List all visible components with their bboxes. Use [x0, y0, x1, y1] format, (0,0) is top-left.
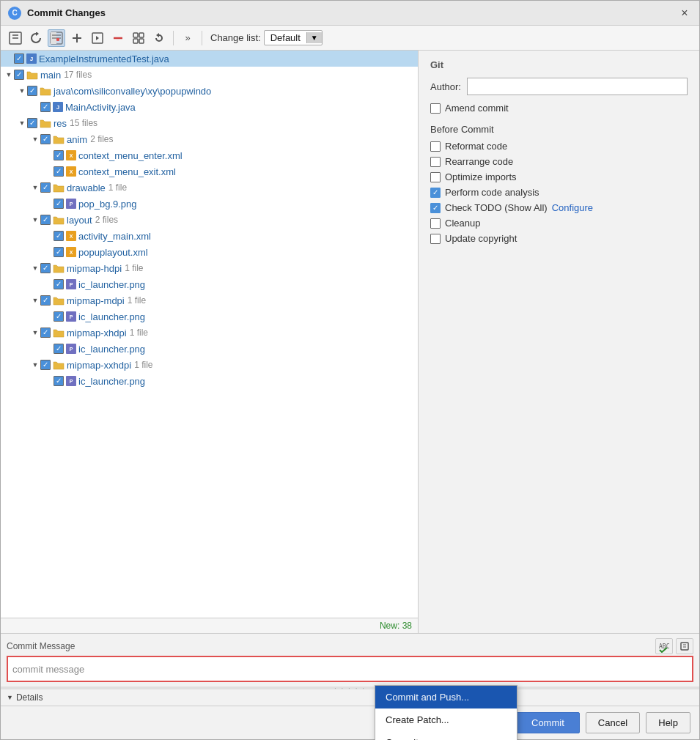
dropdown-menu: Commit and Push... Create Patch... Commi… [375, 685, 517, 740]
commit-item[interactable]: Commit [375, 731, 517, 740]
option-row[interactable]: Rearrange code [430, 156, 688, 167]
tree-item-checkbox[interactable] [40, 215, 51, 225]
tree-item[interactable]: ▼drawable1 file [1, 180, 418, 196]
option-row[interactable]: Update copyright [430, 233, 688, 244]
close-button[interactable]: × [677, 6, 692, 21]
tree-item[interactable]: ▼mipmap-hdpi1 file [1, 260, 418, 276]
changelist-dropdown[interactable]: Default ▼ [264, 30, 323, 45]
tree-item[interactable]: Pic_launcher.png [1, 341, 418, 357]
folder-icon [53, 182, 65, 193]
option-checkbox[interactable] [430, 157, 441, 167]
tree-item-checkbox[interactable] [14, 53, 24, 64]
option-row[interactable]: Optimize imports [430, 171, 688, 182]
tree-item-checkbox[interactable] [54, 199, 64, 209]
tree-item[interactable]: ▼main17 files [1, 67, 418, 83]
option-checkbox[interactable] [430, 141, 441, 152]
commit-and-push-item[interactable]: Commit and Push... [375, 686, 517, 708]
expand-btn[interactable] [130, 29, 147, 47]
option-checkbox[interactable]: ✓ [430, 188, 441, 198]
more-btn[interactable]: » [179, 29, 196, 47]
svg-rect-14 [133, 39, 138, 43]
remove-btn[interactable] [109, 29, 127, 47]
tree-item[interactable]: Xcontext_menu_enter.xml [1, 147, 418, 163]
tree-item-checkbox[interactable] [40, 102, 51, 112]
tree-item-name: ic_launcher.png [78, 344, 145, 355]
move-right-btn[interactable] [89, 29, 106, 47]
tree-item[interactable]: ▼mipmap-xxhdpi1 file [1, 357, 418, 373]
configure-link[interactable]: Configure [552, 202, 593, 213]
tree-item-checkbox[interactable] [40, 328, 51, 338]
cancel-button[interactable]: Cancel [586, 712, 640, 733]
option-label: Optimize imports [445, 171, 517, 182]
tree-item[interactable]: ▼layout2 files [1, 212, 418, 228]
option-checkbox[interactable] [430, 172, 441, 182]
tree-item-checkbox[interactable] [27, 118, 37, 128]
move-btn[interactable] [48, 29, 65, 47]
tree-item-checkbox[interactable] [54, 279, 64, 289]
option-row[interactable]: Cleanup [430, 218, 688, 229]
tree-item[interactable]: Pic_launcher.png [1, 373, 418, 389]
git-section-label: Git [430, 59, 688, 70]
tree-item[interactable]: ▼res15 files [1, 115, 418, 131]
resize-dots-icon: · · · · · [334, 684, 366, 692]
tree-item-checkbox[interactable] [54, 311, 64, 322]
option-row[interactable]: Reformat code [430, 141, 688, 152]
show-diff-btn[interactable] [7, 29, 24, 47]
option-checkbox[interactable] [430, 218, 441, 229]
tree-arrow-icon: ▼ [30, 134, 40, 144]
tree-item[interactable]: ▼java\com\siliconvalley\xy\popupwindo [1, 83, 418, 99]
help-button[interactable]: Help [646, 712, 690, 733]
tree-item-name: pop_bg.9.png [78, 199, 137, 210]
png-file-icon: P [66, 344, 76, 354]
spell-check-btn[interactable]: ABC [655, 638, 673, 654]
tree-item-checkbox[interactable] [54, 344, 64, 354]
amend-row[interactable]: Amend commit [430, 103, 688, 114]
tree-item-checkbox[interactable] [54, 150, 64, 160]
option-checkbox[interactable] [430, 234, 441, 244]
tree-item-checkbox[interactable] [54, 166, 64, 177]
tree-item[interactable]: Ppop_bg.9.png [1, 196, 418, 212]
tree-item[interactable]: Xpopuplayout.xml [1, 244, 418, 260]
tree-item-checkbox[interactable] [54, 376, 64, 386]
tree-arrow-icon [43, 311, 54, 322]
tree-item[interactable]: Pic_launcher.png [1, 308, 418, 325]
folder-icon [53, 295, 65, 306]
tree-item-count: 15 files [70, 118, 97, 128]
option-row[interactable]: ✓Perform code analysis [430, 187, 688, 198]
changelist-arrow-icon: ▼ [306, 32, 322, 43]
tree-item-checkbox[interactable] [54, 231, 64, 241]
tree-item-checkbox[interactable] [40, 182, 51, 193]
tree-item-checkbox[interactable] [40, 295, 51, 306]
tree-item-checkbox[interactable] [40, 263, 51, 273]
add-btn[interactable] [68, 29, 86, 47]
tree-item[interactable]: JMainActivity.java [1, 99, 418, 115]
tree-item[interactable]: Pic_launcher.png [1, 276, 418, 292]
tree-item-checkbox[interactable] [40, 134, 51, 144]
java-file-icon: J [53, 102, 63, 112]
tree-item[interactable]: JExampleInstrumentedTest.java [1, 51, 418, 67]
amend-checkbox[interactable] [430, 103, 441, 114]
tree-item-checkbox[interactable] [27, 86, 37, 96]
author-input[interactable] [467, 78, 688, 95]
copy-history-btn[interactable] [676, 638, 693, 654]
option-checkbox[interactable]: ✓ [430, 203, 441, 213]
tree-arrow-icon: ▼ [30, 182, 40, 193]
commit-button[interactable]: Commit [516, 712, 580, 733]
commit-message-input[interactable] [7, 656, 693, 682]
tree-item-checkbox[interactable] [54, 247, 64, 257]
tree-item-name: MainActivity.java [65, 102, 136, 113]
commit-message-header: Commit Message ABC [1, 634, 699, 656]
revert-btn[interactable] [150, 29, 168, 47]
tree-item-checkbox[interactable] [40, 360, 51, 370]
tree-item[interactable]: ▼mipmap-mdpi1 file [1, 292, 418, 308]
refresh-btn[interactable] [27, 29, 45, 47]
option-row[interactable]: ✓Check TODO (Show All)Configure [430, 202, 688, 213]
tree-item-checkbox[interactable] [14, 70, 24, 80]
tree-arrow-icon: ▼ [30, 328, 40, 338]
create-patch-item[interactable]: Create Patch... [375, 708, 517, 731]
tree-item[interactable]: ▼anim2 files [1, 131, 418, 147]
tree-item[interactable]: Xactivity_main.xml [1, 228, 418, 244]
tree-item[interactable]: ▼mipmap-xhdpi1 file [1, 325, 418, 341]
tree-item[interactable]: Xcontext_menu_exit.xml [1, 163, 418, 180]
svg-rect-13 [139, 33, 144, 37]
